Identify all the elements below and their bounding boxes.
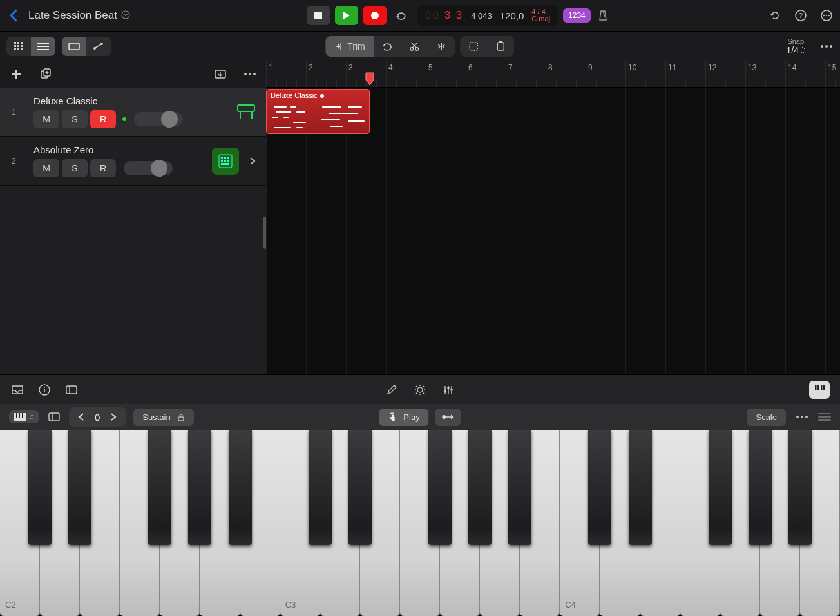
import-button[interactable] [213, 67, 227, 81]
tracks-view-button[interactable] [31, 37, 55, 56]
snap-selector[interactable]: Snap 1/4 [787, 37, 805, 55]
instrument-icon[interactable] [212, 148, 239, 175]
track-header[interactable]: 2Absolute ZeroMSR [0, 137, 266, 186]
faders-icon[interactable] [441, 383, 455, 397]
info-icon[interactable] [37, 383, 52, 397]
stop-button[interactable] [307, 6, 330, 25]
help-button[interactable]: ? [794, 8, 808, 23]
instrument-icon[interactable] [233, 99, 260, 126]
black-key[interactable] [508, 430, 531, 545]
svg-point-47 [253, 73, 256, 75]
black-key[interactable] [348, 430, 372, 545]
svg-point-77 [447, 387, 450, 389]
svg-point-92 [796, 416, 799, 418]
record-button[interactable] [363, 6, 387, 25]
mute-button[interactable]: M [33, 159, 59, 177]
region-view-button[interactable] [62, 37, 86, 56]
svg-rect-32 [470, 43, 478, 50]
mute-button[interactable]: M [33, 110, 59, 128]
track-header-bar: 123456789101112131415 [0, 61, 840, 88]
volume-slider[interactable] [134, 112, 183, 126]
svg-text:?: ? [799, 12, 803, 19]
svg-rect-21 [37, 49, 49, 50]
bar-number: 14 [788, 63, 796, 72]
clipboard-button[interactable] [488, 36, 515, 57]
svg-point-35 [821, 45, 823, 48]
split-tool-button[interactable] [428, 36, 455, 57]
metronome-button[interactable] [596, 8, 610, 23]
octave-down-button[interactable] [74, 410, 88, 424]
more-menu-button[interactable] [819, 8, 834, 23]
mixer-view-button[interactable] [6, 37, 31, 56]
svg-line-72 [423, 386, 425, 387]
marquee-tool-button[interactable] [461, 36, 488, 57]
inbox-icon[interactable] [10, 383, 24, 397]
scale-button[interactable]: Scale [747, 409, 786, 426]
back-button[interactable] [6, 8, 21, 23]
note-label: C4 [565, 600, 576, 610]
black-key[interactable] [148, 430, 171, 545]
track-header[interactable]: 1Deluxe ClassicMSR [0, 88, 266, 137]
keyboard-controls: 0 Sustain Play Scale [0, 404, 840, 430]
count-in-button[interactable]: 1234 [563, 8, 591, 23]
snap-label: Snap [787, 37, 804, 45]
black-key[interactable] [588, 430, 611, 545]
black-key[interactable] [468, 430, 492, 545]
project-title-button[interactable]: Late Session Beat [28, 9, 131, 22]
play-button[interactable] [335, 6, 358, 25]
black-key[interactable] [749, 430, 772, 545]
keyboard-more-button[interactable] [795, 410, 809, 424]
track-options-button[interactable] [243, 67, 257, 81]
play-mode-button[interactable]: Play [379, 409, 428, 426]
trim-tool-button[interactable]: Trim [325, 36, 374, 57]
track-lanes[interactable]: Deluxe Classic [266, 88, 840, 374]
play-mode-label: Play [403, 412, 419, 422]
glissando-button[interactable] [435, 409, 461, 426]
octave-up-button[interactable] [106, 410, 120, 424]
edit-pencil-icon[interactable] [385, 383, 399, 397]
automation-view-button[interactable] [86, 37, 111, 56]
solo-button[interactable]: S [62, 110, 88, 128]
black-key[interactable] [709, 430, 732, 545]
svg-rect-54 [227, 157, 229, 159]
record-enable-button[interactable]: R [90, 110, 116, 128]
smart-controls-icon[interactable] [413, 383, 427, 397]
black-key[interactable] [309, 430, 332, 545]
loop-tool-button[interactable] [374, 36, 401, 57]
duplicate-track-button[interactable] [39, 67, 53, 81]
black-key[interactable] [188, 430, 211, 545]
lcd-display[interactable]: 00 3 3 4 043 120,0 4 / 4 C maj [417, 5, 558, 26]
svg-rect-53 [224, 157, 226, 159]
svg-point-8 [826, 15, 827, 16]
panel-layout-icon[interactable] [64, 383, 79, 397]
playhead-line[interactable] [370, 88, 370, 374]
undo-button[interactable] [768, 8, 782, 23]
piano-keyboard[interactable]: C2C3C4 [0, 430, 840, 616]
black-key[interactable] [629, 430, 652, 545]
cycle-button[interactable] [392, 6, 412, 25]
toolbar-more-button[interactable] [819, 39, 834, 53]
drag-handle[interactable] [818, 413, 831, 421]
sustain-button[interactable]: Sustain [133, 409, 193, 426]
record-enable-button[interactable]: R [90, 159, 116, 177]
playhead-marker[interactable] [365, 72, 374, 85]
svg-point-45 [244, 73, 247, 75]
keyboard-toggle-button[interactable] [809, 381, 830, 399]
black-key[interactable] [28, 430, 52, 545]
keyboard-size-button[interactable] [9, 410, 39, 423]
black-key[interactable] [68, 430, 91, 545]
scissors-tool-button[interactable] [401, 36, 428, 57]
split-keyboard-button[interactable] [47, 410, 61, 424]
track-disclosure-button[interactable] [245, 154, 260, 168]
volume-slider[interactable] [124, 161, 173, 175]
solo-button[interactable]: S [62, 159, 88, 177]
midi-region[interactable]: Deluxe Classic [266, 89, 370, 134]
bar-number: 11 [668, 63, 676, 72]
black-key[interactable] [788, 430, 812, 545]
add-track-button[interactable] [9, 67, 23, 81]
black-key[interactable] [428, 430, 452, 545]
timeline-ruler[interactable]: 123456789101112131415 [266, 61, 840, 88]
svg-line-71 [416, 392, 417, 394]
svg-point-91 [443, 415, 446, 419]
black-key[interactable] [229, 430, 252, 545]
